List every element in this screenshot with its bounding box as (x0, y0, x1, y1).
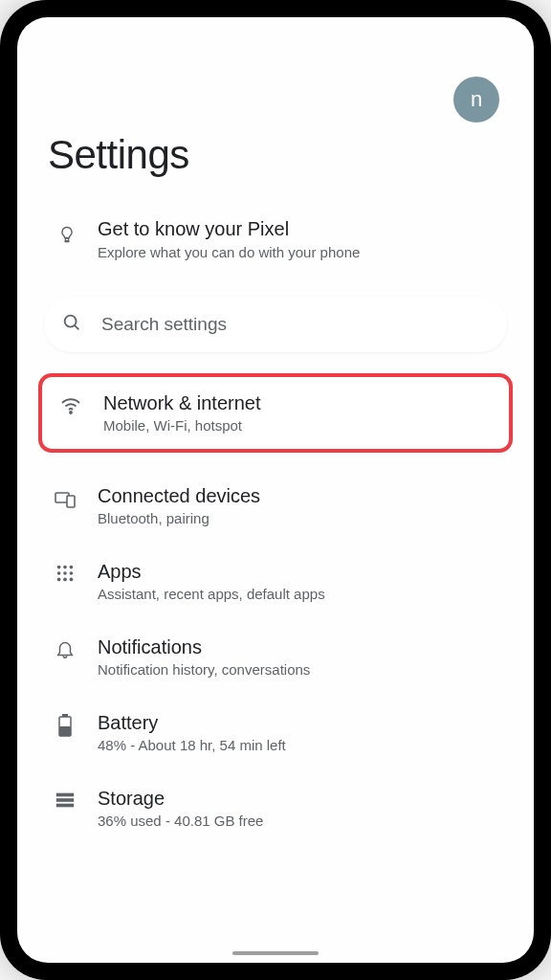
wifi-icon (59, 394, 82, 417)
phone-frame: n Settings Get to know your Pixel Explor… (0, 0, 551, 980)
highlighted-item: Network & internet Mobile, Wi-Fi, hotspo… (38, 373, 513, 453)
svg-point-6 (63, 566, 67, 569)
item-subtitle: 36% used - 40.81 GB free (98, 813, 263, 829)
settings-item-network[interactable]: Network & internet Mobile, Wi-Fi, hotspo… (55, 389, 496, 437)
item-title: Notifications (98, 636, 310, 658)
item-title: Storage (98, 788, 263, 810)
item-subtitle: Notification history, conversations (98, 661, 310, 678)
header: n (44, 65, 507, 122)
svg-rect-18 (56, 798, 74, 802)
settings-item-apps[interactable]: Apps Assistant, recent apps, default app… (44, 544, 507, 619)
tip-title: Get to know your Pixel (98, 218, 360, 240)
svg-point-12 (63, 578, 67, 582)
apps-icon (54, 563, 77, 584)
storage-icon (54, 790, 77, 811)
item-subtitle: Assistant, recent apps, default apps (98, 586, 325, 602)
item-subtitle: Bluetooth, pairing (98, 510, 260, 526)
svg-point-11 (57, 578, 61, 582)
settings-item-connected-devices[interactable]: Connected devices Bluetooth, pairing (44, 468, 507, 544)
svg-point-10 (70, 571, 74, 575)
svg-rect-16 (59, 726, 71, 736)
home-indicator[interactable] (232, 951, 319, 955)
svg-point-0 (65, 316, 77, 327)
battery-icon (54, 714, 77, 737)
svg-rect-19 (56, 804, 74, 808)
search-icon (61, 312, 82, 337)
item-subtitle: Mobile, Wi-Fi, hotspot (103, 417, 261, 434)
svg-point-5 (57, 566, 61, 569)
svg-point-9 (63, 571, 67, 575)
page-title: Settings (48, 132, 507, 178)
devices-icon (54, 487, 77, 510)
svg-point-8 (57, 571, 61, 575)
item-subtitle: 48% - About 18 hr, 54 min left (98, 737, 286, 753)
lightbulb-icon (57, 222, 77, 251)
item-title: Network & internet (103, 392, 261, 414)
bell-icon (54, 638, 77, 659)
screen: n Settings Get to know your Pixel Explor… (17, 17, 534, 963)
settings-item-notifications[interactable]: Notifications Notification history, conv… (44, 619, 507, 695)
svg-rect-4 (67, 496, 75, 507)
svg-rect-17 (56, 793, 74, 797)
avatar[interactable]: n (453, 77, 499, 122)
item-title: Connected devices (98, 485, 260, 507)
search-placeholder: Search settings (101, 314, 227, 335)
settings-item-storage[interactable]: Storage 36% used - 40.81 GB free (44, 770, 507, 846)
search-input[interactable]: Search settings (44, 297, 507, 352)
item-title: Apps (98, 561, 325, 583)
tip-subtitle: Explore what you can do with your phone (98, 244, 360, 260)
item-title: Battery (98, 712, 286, 734)
svg-point-7 (70, 566, 74, 569)
tip-card[interactable]: Get to know your Pixel Explore what you … (44, 212, 507, 279)
svg-line-1 (75, 325, 78, 329)
settings-item-battery[interactable]: Battery 48% - About 18 hr, 54 min left (44, 695, 507, 770)
svg-point-2 (70, 412, 72, 413)
svg-point-13 (70, 578, 74, 582)
